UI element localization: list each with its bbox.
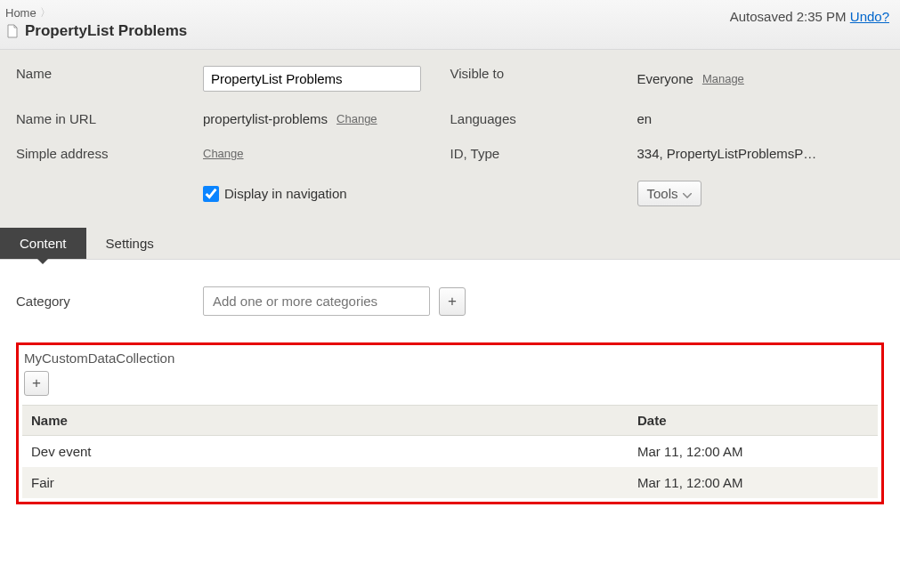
languages-value: en — [637, 111, 653, 126]
change-url-link[interactable]: Change — [336, 112, 377, 125]
display-in-navigation-checkbox[interactable] — [203, 186, 219, 202]
collection-table: Name Date Dev event Mar 11, 12:00 AM Fai… — [22, 405, 878, 498]
add-collection-item-button[interactable]: + — [24, 371, 49, 396]
plus-icon: + — [32, 375, 41, 392]
content-pane: Category + MyCustomDataCollection + Name… — [0, 260, 900, 522]
languages-label: Languages — [450, 111, 637, 126]
collection-highlight: MyCustomDataCollection + Name Date Dev e… — [16, 342, 884, 504]
page-header: Home 〉 PropertyList Problems Autosaved 2… — [0, 0, 900, 50]
page-title-row: PropertyList Problems — [5, 22, 891, 40]
table-row[interactable]: Dev event Mar 11, 12:00 AM — [22, 436, 878, 468]
name-in-url-label: Name in URL — [16, 111, 203, 126]
properties-panel: Name Visible to Everyone Manage Name in … — [0, 50, 900, 228]
change-address-link[interactable]: Change — [203, 147, 244, 160]
undo-link[interactable]: Undo? — [850, 9, 889, 24]
name-in-url-value: propertylist-problems — [203, 111, 328, 126]
cell-name: Fair — [22, 467, 628, 498]
cell-date: Mar 11, 12:00 AM — [628, 436, 878, 468]
breadcrumb-home[interactable]: Home — [5, 6, 36, 20]
manage-link[interactable]: Manage — [702, 72, 744, 85]
plus-icon: + — [448, 293, 457, 310]
display-in-navigation-label: Display in navigation — [224, 186, 347, 201]
spacer — [16, 181, 203, 206]
id-type-label: ID, Type — [450, 146, 637, 161]
name-input[interactable] — [203, 66, 421, 92]
id-type-value: 334, PropertyListProblemsP… — [637, 146, 817, 161]
tab-bar: Content Settings — [0, 228, 900, 260]
autosave-status: Autosaved 2:35 PM Undo? — [730, 9, 889, 24]
visible-to-value: Everyone — [637, 71, 693, 86]
spacer — [450, 181, 637, 206]
chevron-right-icon: 〉 — [40, 5, 51, 20]
visible-to-label: Visible to — [450, 66, 637, 92]
category-label: Category — [16, 294, 203, 309]
add-category-button[interactable]: + — [439, 287, 466, 316]
collection-title: MyCustomDataCollection — [22, 349, 878, 371]
category-input[interactable] — [203, 286, 430, 316]
tab-settings[interactable]: Settings — [86, 228, 174, 259]
page-icon — [5, 24, 20, 38]
simple-address-label: Simple address — [16, 146, 203, 161]
cell-date: Mar 11, 12:00 AM — [628, 467, 878, 498]
tools-button[interactable]: Tools — [637, 181, 701, 206]
cell-name: Dev event — [22, 436, 628, 468]
category-row: Category + — [16, 286, 884, 316]
chevron-down-icon — [683, 186, 692, 201]
autosave-text: Autosaved 2:35 PM — [730, 9, 847, 24]
tab-content[interactable]: Content — [0, 228, 86, 259]
column-name[interactable]: Name — [22, 406, 628, 436]
column-date[interactable]: Date — [628, 406, 878, 436]
tools-button-label: Tools — [647, 186, 678, 201]
table-row[interactable]: Fair Mar 11, 12:00 AM — [22, 467, 878, 498]
name-label: Name — [16, 66, 203, 92]
page-title: PropertyList Problems — [25, 22, 187, 40]
table-header-row: Name Date — [22, 406, 878, 436]
